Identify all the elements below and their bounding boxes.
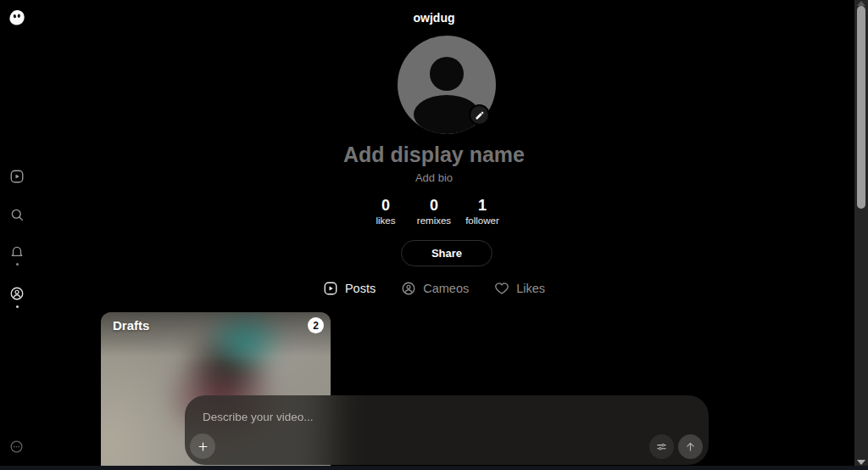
add-attachment-button[interactable] xyxy=(190,434,215,459)
composer-actions xyxy=(649,434,703,459)
scrollbar-down-arrow-icon[interactable] xyxy=(857,460,865,465)
sidebar-item-profile[interactable] xyxy=(9,286,25,301)
app-logo[interactable] xyxy=(7,8,27,29)
stat-follower[interactable]: 1 follower xyxy=(462,197,503,227)
profile-active-dot xyxy=(16,305,19,308)
drafts-count-badge: 2 xyxy=(308,317,324,333)
add-bio-prompt[interactable]: Add bio xyxy=(0,171,868,184)
stat-remixes-label: remixes xyxy=(414,214,454,227)
sidebar-item-notifications[interactable] xyxy=(9,244,25,260)
stat-remixes[interactable]: 0 remixes xyxy=(414,197,454,227)
scrollbar-thumb[interactable] xyxy=(857,6,865,209)
tab-cameos[interactable]: Cameos xyxy=(401,281,469,296)
sidebar-item-feed[interactable] xyxy=(9,169,25,184)
stat-likes-label: likes xyxy=(365,214,406,227)
sidebar-item-search[interactable] xyxy=(9,207,25,222)
window-bottom-edge xyxy=(0,466,868,470)
person-circle-icon xyxy=(401,281,416,296)
sidebar-item-more[interactable] xyxy=(9,439,24,454)
heart-icon xyxy=(494,281,509,296)
sliders-icon xyxy=(655,440,668,453)
edit-avatar-button[interactable] xyxy=(469,104,490,126)
app-window: owjdug Add display name Add bio 0 xyxy=(0,0,868,470)
play-square-icon xyxy=(9,169,25,184)
sora-logo-icon xyxy=(7,8,27,29)
bell-icon xyxy=(9,244,25,260)
drafts-title: Drafts xyxy=(113,318,149,333)
search-icon xyxy=(9,207,25,222)
stat-follower-value: 1 xyxy=(462,197,503,214)
tab-cameos-label: Cameos xyxy=(423,282,469,295)
video-composer xyxy=(185,395,709,465)
tab-posts-label: Posts xyxy=(345,282,376,295)
stat-likes[interactable]: 0 likes xyxy=(365,197,406,227)
describe-video-input[interactable] xyxy=(201,406,543,427)
stat-remixes-value: 0 xyxy=(414,197,454,214)
play-square-icon xyxy=(323,281,338,296)
ellipsis-circle-icon xyxy=(9,439,24,454)
tab-posts[interactable]: Posts xyxy=(323,281,376,296)
profile-tabs: Posts Cameos Likes xyxy=(0,281,868,296)
video-settings-button[interactable] xyxy=(649,434,674,459)
send-button[interactable] xyxy=(678,434,703,459)
notifications-indicator-dot xyxy=(16,263,19,266)
avatar xyxy=(398,36,496,134)
arrow-up-icon xyxy=(684,440,697,453)
person-circle-icon xyxy=(9,286,25,301)
sidebar xyxy=(0,0,34,470)
plus-icon xyxy=(197,440,209,453)
share-button[interactable]: Share xyxy=(401,240,492,266)
add-display-name-prompt[interactable]: Add display name xyxy=(0,143,868,167)
scrollbar[interactable] xyxy=(854,0,868,470)
tab-likes[interactable]: Likes xyxy=(494,281,545,296)
stat-likes-value: 0 xyxy=(365,197,406,214)
stat-follower-label: follower xyxy=(462,214,503,227)
profile-stats: 0 likes 0 remixes 1 follower xyxy=(0,197,868,227)
page-title-username: owjdug xyxy=(0,11,868,25)
tab-likes-label: Likes xyxy=(516,282,545,295)
pencil-icon xyxy=(475,110,485,120)
